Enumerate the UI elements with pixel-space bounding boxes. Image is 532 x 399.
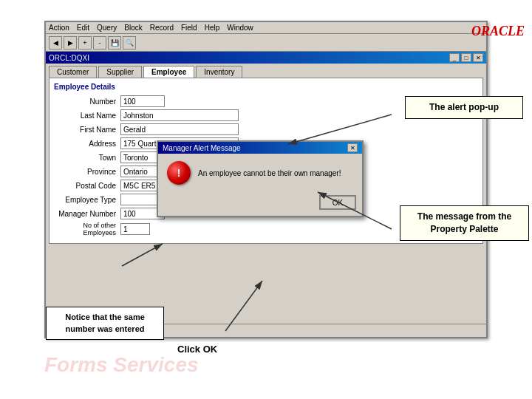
mdi-title-bar: ORCL:DQXI _ □ ✕	[46, 52, 486, 64]
annotation-notice-text: Notice that the samenumber was entered	[65, 313, 145, 332]
label-numemps: No of other Employees	[54, 222, 120, 236]
toolbar-btn-6[interactable]: 🔍	[123, 36, 136, 50]
tab-customer[interactable]: Customer	[49, 66, 97, 78]
tab-employee[interactable]: Employee	[143, 66, 194, 78]
title-controls: _ □ ✕	[449, 53, 483, 62]
slide-background: Action Edit Query Block Record Field Hel…	[0, 0, 532, 399]
toolbar-btn-4[interactable]: -	[93, 36, 106, 50]
toolbar-btn-3[interactable]: +	[78, 36, 92, 50]
input-lastname[interactable]	[120, 109, 239, 121]
forms-window: Action Edit Query Block Record Field Hel…	[44, 21, 488, 338]
toolbar-btn-5[interactable]: 💾	[108, 36, 121, 50]
label-number: Number	[54, 98, 120, 106]
toolbar: ◀ ▶ + - 💾 🔍	[46, 34, 486, 52]
alert-buttons: OK	[158, 192, 362, 216]
tab-inventory[interactable]: Inventory	[196, 66, 242, 78]
maximize-btn[interactable]: □	[461, 53, 471, 62]
label-town: Town	[54, 154, 120, 162]
close-btn[interactable]: ✕	[473, 53, 483, 62]
label-lastname: Last Name	[54, 112, 120, 120]
annotation-notice: Notice that the samenumber was entered	[46, 307, 164, 340]
label-province: Province	[54, 168, 120, 176]
menu-bar[interactable]: Action Edit Query Block Record Field Hel…	[46, 22, 486, 34]
tab-supplier[interactable]: Supplier	[98, 66, 142, 78]
alert-title-bar: Manager Alert Message ✕	[158, 142, 362, 154]
menu-block[interactable]: Block	[124, 24, 142, 32]
mdi-title: ORCL:DQXI	[49, 54, 89, 62]
minimize-btn[interactable]: _	[449, 53, 460, 62]
tab-bar: Customer Supplier Employee Inventory	[46, 64, 486, 78]
menu-record[interactable]: Record	[150, 24, 174, 32]
background-watermark: Forms Services	[44, 353, 199, 377]
menu-query[interactable]: Query	[97, 24, 117, 32]
label-address: Address	[54, 140, 120, 148]
label-postal: Postal Code	[54, 182, 120, 190]
annotation-property-palette: The message from theProperty Palette	[400, 205, 529, 241]
annotation-alert-popup: The alert pop-up	[405, 96, 523, 119]
annotation-alert-popup-text: The alert pop-up	[429, 102, 499, 112]
label-firstname: First Name	[54, 126, 120, 134]
alert-message: An employee cannot be their own manager!	[198, 169, 353, 177]
toolbar-btn-2[interactable]: ▶	[64, 36, 77, 50]
toolbar-btn-1[interactable]: ◀	[49, 36, 62, 50]
annotation-property-palette-text: The message from theProperty Palette	[417, 211, 511, 234]
menu-edit[interactable]: Edit	[77, 24, 89, 32]
input-number[interactable]	[120, 95, 165, 107]
ok-button[interactable]: OK	[319, 195, 356, 210]
alert-warning-icon: !	[167, 161, 191, 185]
annotation-click-ok: Click OK	[177, 344, 217, 355]
menu-help[interactable]: Help	[205, 24, 220, 32]
input-numemps[interactable]	[120, 223, 150, 235]
form-row-firstname: First Name	[54, 123, 478, 135]
menu-action[interactable]: Action	[49, 24, 69, 32]
alert-title: Manager Alert Message	[163, 144, 241, 152]
alert-dialog: Manager Alert Message ✕ ! An employee ca…	[157, 140, 364, 217]
input-firstname[interactable]	[120, 123, 239, 135]
oracle-logo: ORACLE	[471, 24, 525, 39]
annotation-click-ok-text: Click OK	[177, 344, 217, 355]
alert-close-btn[interactable]: ✕	[347, 143, 358, 152]
menu-window[interactable]: Window	[227, 24, 253, 32]
label-manager: Manager Number	[54, 210, 120, 218]
menu-field[interactable]: Field	[181, 24, 197, 32]
label-emptype: Employee Type	[54, 196, 120, 204]
section-title: Employee Details	[54, 83, 478, 91]
alert-body: ! An employee cannot be their own manage…	[158, 154, 362, 192]
